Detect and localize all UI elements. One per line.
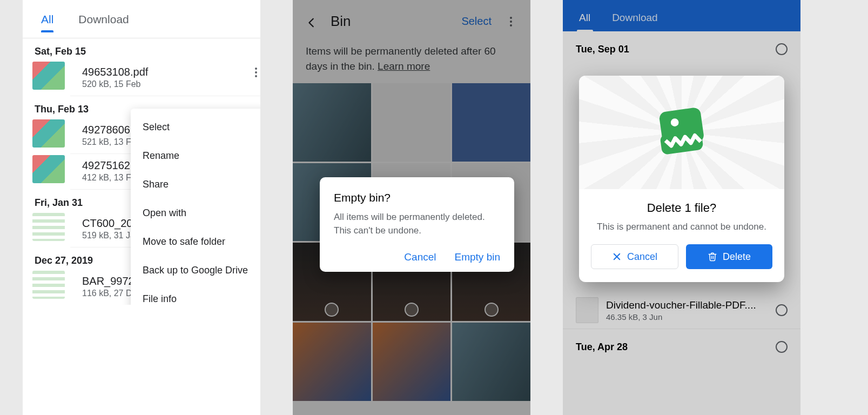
bin-thumb[interactable]	[293, 83, 371, 162]
dialog-hero	[579, 76, 784, 189]
more-icon[interactable]	[250, 66, 260, 79]
delete-label: Delete	[723, 251, 751, 263]
menu-move-safe[interactable]: Move to safe folder	[131, 227, 260, 256]
tab-all[interactable]: All	[41, 13, 53, 26]
file-thumbnail	[32, 271, 65, 299]
menu-backup[interactable]: Back up to Google Drive	[131, 256, 260, 285]
learn-more-link[interactable]: Learn more	[378, 61, 430, 72]
select-button[interactable]: Select	[461, 15, 492, 28]
page-title: Bin	[331, 13, 448, 30]
bin-thumb[interactable]	[452, 323, 530, 401]
screen-delete-file: All Download Tue, Sep 01 Dividend-vouche…	[563, 0, 800, 415]
cancel-button[interactable]: Cancel	[591, 244, 678, 269]
section-header: Tue, Sep 01	[563, 31, 800, 59]
select-ring-icon[interactable]	[776, 341, 788, 353]
section-header: Tue, Apr 28	[563, 329, 800, 357]
file-thumbnail	[32, 155, 65, 183]
file-meta: 46.35 kB, 3 Jun	[606, 312, 756, 322]
cancel-label: Cancel	[627, 251, 657, 263]
dialog-actions: Cancel Empty bin	[334, 251, 500, 263]
file-list: Sat, Feb 15 49653108.pdf 520 kB, 15 Feb …	[23, 38, 260, 305]
menu-file-info[interactable]: File info	[131, 285, 260, 305]
file-name: 49653108.pdf	[82, 66, 148, 78]
section-date: Tue, Sep 01	[576, 44, 629, 55]
bin-header: Bin Select	[293, 0, 530, 37]
delete-button[interactable]: Delete	[686, 244, 772, 269]
dialog-title: Delete 1 file?	[593, 201, 770, 215]
dialog-title: Empty bin?	[334, 191, 500, 204]
delete-file-dialog: Delete 1 file? This is permanent and can…	[579, 76, 784, 282]
confirm-button[interactable]: Empty bin	[455, 251, 500, 263]
svg-point-1	[671, 118, 679, 126]
bin-thumb[interactable]	[293, 323, 371, 401]
more-icon[interactable]	[504, 15, 517, 28]
menu-open-with[interactable]: Open with	[131, 199, 260, 227]
dialog-body: All items will be permanently deleted. T…	[334, 211, 500, 237]
select-ring-icon[interactable]	[776, 43, 788, 55]
tab-all[interactable]: All	[579, 12, 590, 24]
file-row[interactable]: Dividend-voucher-Fillable-PDF.... 46.35 …	[563, 292, 800, 329]
menu-select[interactable]: Select	[131, 113, 260, 142]
bin-info: Items will be permanently deleted after …	[293, 37, 530, 83]
file-row[interactable]: 49653108.pdf 520 kB, 15 Feb	[70, 61, 260, 96]
file-name: Dividend-voucher-Fillable-PDF....	[606, 299, 756, 311]
screen-file-list: All Download Sat, Feb 15 49653108.pdf 52…	[23, 0, 260, 415]
back-icon[interactable]	[306, 16, 318, 28]
empty-bin-dialog: Empty bin? All items will be permanently…	[320, 177, 514, 272]
trash-icon	[708, 252, 717, 262]
bin-thumb[interactable]	[373, 323, 451, 401]
select-ring-icon	[485, 303, 499, 317]
file-thumbnail	[576, 297, 598, 323]
file-thumbnail	[32, 213, 65, 241]
tab-download[interactable]: Download	[78, 13, 129, 26]
cancel-button[interactable]: Cancel	[404, 251, 436, 263]
bin-thumb[interactable]	[452, 83, 530, 162]
file-meta: 520 kB, 15 Feb	[82, 79, 148, 89]
dialog-actions: Cancel Delete	[579, 244, 784, 282]
section-date: Tue, Apr 28	[576, 342, 628, 353]
close-icon	[612, 252, 622, 262]
tab-bar: All Download	[563, 0, 800, 31]
menu-rename[interactable]: Rename	[131, 142, 260, 170]
screen-photos-bin: Bin Select Items will be permanently del…	[293, 0, 530, 415]
tab-bar: All Download	[23, 0, 260, 31]
section-date: Sat, Feb 15	[23, 38, 260, 61]
dialog-body: This is permanent and cannot be undone.	[593, 222, 770, 232]
bin-thumb[interactable]	[373, 83, 451, 162]
context-menu: Select Rename Share Open with Move to sa…	[131, 109, 260, 305]
select-ring-icon	[325, 303, 339, 317]
select-ring-icon	[405, 303, 419, 317]
file-thumbnail	[32, 119, 65, 148]
menu-share[interactable]: Share	[131, 170, 260, 199]
tab-download[interactable]: Download	[612, 12, 658, 24]
broken-image-icon	[652, 103, 711, 162]
file-thumbnail	[32, 62, 65, 90]
select-ring-icon[interactable]	[776, 304, 788, 316]
